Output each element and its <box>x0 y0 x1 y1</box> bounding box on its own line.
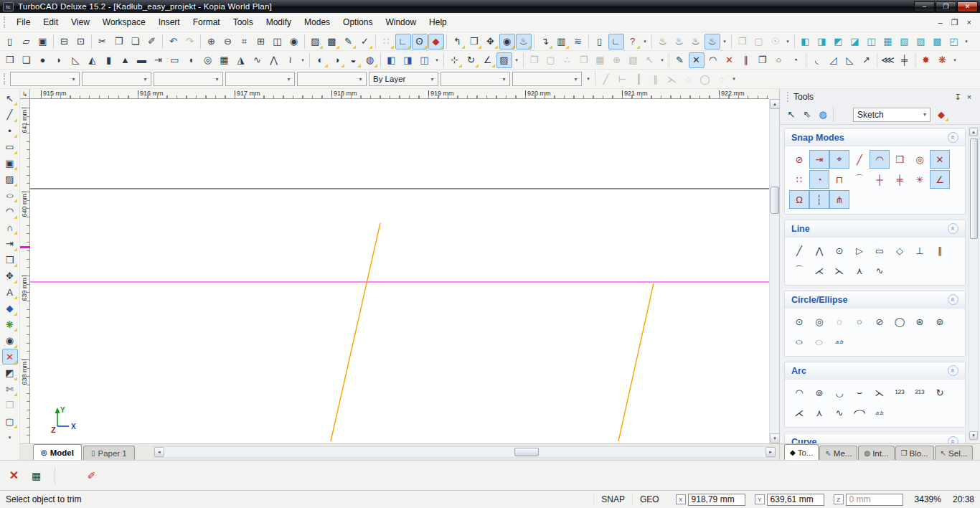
ellipse-fixed-ratio[interactable]: a:b <box>829 332 849 351</box>
palette-tab-measure[interactable]: ⇖Me... <box>819 446 857 460</box>
line-bisector[interactable]: ⋏ <box>849 261 870 280</box>
palette-scrollbar[interactable]: ▴ ▾ <box>969 127 979 441</box>
pan-button[interactable]: ✥ <box>483 34 499 50</box>
shrink-extend-tool[interactable]: ⋘ <box>880 52 896 68</box>
line-parallel[interactable]: ∥ <box>930 241 950 260</box>
zoom-out-button[interactable]: ⊖ <box>220 34 236 50</box>
trim-tool[interactable]: ✕ <box>2 349 18 364</box>
y-coordinate-input[interactable]: 639,61 mm <box>767 494 824 506</box>
arc-center-begin-end[interactable]: ◠ <box>789 383 809 402</box>
render-button[interactable]: ♨ <box>516 34 532 50</box>
palette-tab-blocks[interactable]: ❐Blo... <box>895 446 934 460</box>
new-drawing-button[interactable]: ▯ <box>592 34 608 50</box>
ellipse-tool[interactable]: ○ <box>2 187 18 203</box>
pattern-tool[interactable]: ▣ <box>2 155 18 171</box>
cancel-action-button[interactable]: ✕ <box>5 467 24 484</box>
arc-center-tool[interactable]: ◠ <box>2 204 18 220</box>
paint-tool[interactable]: ◆ <box>2 301 18 316</box>
snap-quadrant[interactable]: ◔ <box>809 170 829 189</box>
snap-divide[interactable]: ╪ <box>890 170 910 189</box>
rod-tool[interactable]: ▭ <box>167 52 183 68</box>
horizontal-scrollbar[interactable]: ◂ ▸ <box>154 446 776 458</box>
tab-paper-1[interactable]: ▯Paper 1 <box>83 446 135 460</box>
toolbar-overflow[interactable]: ▾ <box>585 71 593 87</box>
collapse-chevron-icon[interactable]: « <box>948 223 958 234</box>
toolbar-overflow[interactable]: ▾ <box>433 52 441 68</box>
insert-picture-button[interactable]: ▨ <box>308 34 324 50</box>
meet-2-lines-tool[interactable]: ✕ <box>722 52 738 68</box>
brush-combo[interactable]: ▾ <box>82 72 151 86</box>
arc-concentric[interactable]: ⊚ <box>809 383 829 402</box>
mdi-restore-button[interactable]: ❐ <box>951 18 958 27</box>
palette-tab-tools[interactable]: ◆To... <box>784 444 819 460</box>
save-view-button[interactable]: ↰ <box>450 34 466 50</box>
view-bottom-button[interactable]: ▦ <box>880 34 896 50</box>
menu-modify[interactable]: Modify <box>260 14 298 31</box>
snap-midpoint[interactable]: ┼ <box>870 170 890 189</box>
arc-start-end-included[interactable]: ◡ <box>829 383 849 402</box>
join-polyline-tool[interactable]: ❋ <box>935 52 951 68</box>
scroll-left-button[interactable]: ◂ <box>154 447 164 457</box>
hatch-pattern-tool[interactable]: ▨ <box>496 52 512 68</box>
vertical-scrollbar[interactable]: ▴ ▾ <box>769 99 779 443</box>
ellipse[interactable]: ○ <box>789 332 809 351</box>
object-trim-tool[interactable]: ✕ <box>689 52 705 68</box>
rectangle-tool[interactable]: ▭ <box>2 139 18 155</box>
style-set-combo[interactable]: Sketch ▾ <box>853 108 930 122</box>
select-frame-tool[interactable]: ▢ <box>2 413 18 429</box>
circle-tangent-from-point[interactable]: ⊛ <box>910 312 930 331</box>
spell-check-button[interactable]: ✓ <box>357 34 373 50</box>
line-rectangle[interactable]: ▭ <box>870 241 890 260</box>
close-button[interactable]: ✕ <box>957 1 978 12</box>
menu-help[interactable]: Help <box>423 14 453 31</box>
snap-status-toggle[interactable]: SNAP <box>593 494 632 504</box>
pattern-combo[interactable]: By Layer▾ <box>369 72 438 86</box>
menu-tools[interactable]: Tools <box>227 14 260 31</box>
zoom-page-button[interactable]: ◫ <box>270 34 286 50</box>
cylinder-tool[interactable]: ▮ <box>101 52 117 68</box>
cone-tool[interactable]: ▲ <box>118 52 133 68</box>
scroll-right-button[interactable]: ▸ <box>765 447 776 457</box>
axes-toggle-button[interactable]: ∟ <box>608 34 624 50</box>
export-button[interactable]: ↴ <box>537 34 553 50</box>
canvas-line-frame-right[interactable] <box>618 283 654 441</box>
pen-style-combo[interactable]: ▾ <box>154 72 223 86</box>
open-button[interactable]: ▱ <box>19 34 34 50</box>
collapse-chevron-icon[interactable]: « <box>948 132 958 143</box>
line-sketch[interactable]: ∿ <box>870 261 890 280</box>
imprint-tool[interactable]: ⇥ <box>151 52 166 68</box>
stamp-button[interactable]: ▥ <box>554 34 570 50</box>
arc-triple-point[interactable]: ⌣ <box>849 383 870 402</box>
mdi-minimize-button[interactable]: – <box>938 18 943 27</box>
snap-arc-center[interactable]: ◠ <box>870 150 890 169</box>
toolbar-overflow[interactable]: ▾ <box>299 52 307 68</box>
x-coordinate-input[interactable]: 918,79 mm <box>688 494 745 506</box>
picture-manager-button[interactable]: ▩ <box>324 34 340 50</box>
pen-style-button[interactable]: ✎ <box>341 34 357 50</box>
toolbar-overflow[interactable]: ▾ <box>641 34 649 50</box>
circle-tangent-3-entities[interactable]: ◯ <box>890 312 910 331</box>
snap-nearest[interactable]: ╱ <box>849 150 870 169</box>
selector-mode-button[interactable]: ʘ <box>412 34 428 50</box>
pen-width-combo[interactable]: ▾ <box>225 72 295 86</box>
collapse-chevron-icon[interactable]: « <box>948 365 958 376</box>
chamfer-2-tool[interactable]: ◺ <box>842 52 858 68</box>
copy-button[interactable]: ❐ <box>111 34 127 50</box>
zoom-window-button[interactable]: ⌗ <box>237 34 253 50</box>
text-tool[interactable]: A <box>2 284 18 300</box>
render-hidden-line-button[interactable]: ♨ <box>672 34 687 50</box>
scroll-up-button[interactable]: ▴ <box>969 128 978 136</box>
new-button[interactable]: ▯ <box>2 34 18 50</box>
menu-options[interactable]: Options <box>336 14 379 31</box>
snap-angle[interactable]: ∠ <box>930 170 950 189</box>
toolbar-overflow[interactable]: ▾ <box>730 71 738 87</box>
circle-double-point[interactable]: ◌ <box>829 312 849 331</box>
restore-button[interactable]: ❐ <box>936 1 956 12</box>
toolbar-overflow[interactable]: ▾ <box>784 34 792 50</box>
vertical-scroll-thumb[interactable] <box>771 187 779 214</box>
circle-tangent-to-line[interactable]: ⊘ <box>870 312 890 331</box>
select-tool[interactable]: ↖ <box>2 90 18 106</box>
color-fill-button[interactable]: ◆ <box>428 34 444 50</box>
snap-projection[interactable]: ⊓ <box>829 170 849 189</box>
paste-button[interactable]: ❏ <box>128 34 143 50</box>
